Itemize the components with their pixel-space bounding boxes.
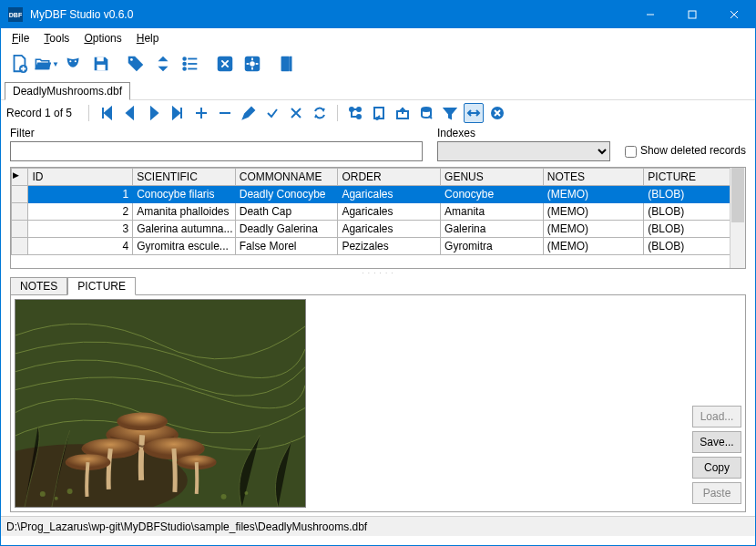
cell-id[interactable]: 1 [28,186,133,203]
pack-icon[interactable] [416,103,436,123]
svg-point-25 [350,108,353,111]
col-commonname[interactable]: COMMONNAME [235,169,338,186]
sort-icon[interactable] [150,51,176,77]
col-id[interactable]: ID [28,169,133,186]
structure-icon[interactable] [345,103,365,123]
maximize-button[interactable] [671,1,713,28]
delete-icon[interactable] [212,51,238,77]
goto-icon[interactable] [369,103,389,123]
cell-common[interactable]: Death Cap [235,203,338,221]
svg-point-51 [244,491,248,495]
menu-options[interactable]: Options [77,30,128,46]
table-row[interactable]: 3Galerina autumna...Deadly GalerinaAgari… [12,221,745,238]
save-icon[interactable] [88,51,114,77]
last-record-icon[interactable] [168,103,188,123]
row-marker [12,238,28,255]
minimize-button[interactable] [629,1,671,28]
new-file-icon[interactable] [6,51,32,77]
svg-point-18 [250,61,255,67]
close-button[interactable] [713,1,755,28]
next-record-icon[interactable] [144,103,164,123]
file-tab-active[interactable]: DeadlyMushrooms.dbf [5,82,130,100]
cell-id[interactable]: 2 [28,203,133,221]
cell-order[interactable]: Agaricales [338,221,441,238]
indexes-select[interactable] [437,141,610,161]
tag-icon[interactable] [123,51,148,77]
menu-file[interactable]: File [5,30,36,46]
cell-common[interactable]: Deadly Conocybe [235,186,338,203]
cell-id[interactable]: 4 [28,238,133,255]
col-scientific[interactable]: SCIENTIFIC [133,169,236,186]
refresh-icon[interactable] [310,103,330,123]
svg-point-48 [55,497,58,500]
save-button[interactable]: Save... [692,431,741,453]
cell-notes[interactable]: (MEMO) [543,221,644,238]
menu-help[interactable]: Help [129,30,167,46]
cell-scientific[interactable]: Galerina autumna... [133,221,236,238]
table-row[interactable]: 4Gyromitra escule...False MorelPezizales… [12,238,745,255]
svg-point-10 [183,57,186,60]
detail-tabs: NOTES PICTURE [10,276,746,295]
cell-order[interactable]: Agaricales [338,203,441,221]
masks-icon[interactable] [61,51,87,77]
first-record-icon[interactable] [97,103,117,123]
col-order[interactable]: ORDER [338,169,441,186]
settings-icon[interactable] [240,51,265,77]
list-icon[interactable] [178,51,203,77]
add-record-icon[interactable] [191,103,211,123]
main-toolbar: ▼ [1,48,755,79]
tab-picture[interactable]: PICTURE [67,277,136,295]
svg-point-26 [357,108,361,111]
post-record-icon[interactable] [262,103,282,123]
cell-scientific[interactable]: Conocybe filaris [133,186,236,203]
cell-notes[interactable]: (MEMO) [543,203,644,221]
cell-order[interactable]: Pezizales [338,238,441,255]
copy-button[interactable]: Copy [692,457,741,479]
grid-scrollbar[interactable] [730,168,745,268]
cell-notes[interactable]: (MEMO) [543,238,644,255]
svg-point-12 [183,67,186,70]
paste-button[interactable]: Paste [692,482,741,504]
svg-rect-1 [689,11,696,18]
col-notes[interactable]: NOTES [543,169,644,186]
svg-point-46 [117,412,168,430]
filter-icon[interactable] [440,103,460,123]
export-icon[interactable] [393,103,413,123]
exit-icon[interactable] [274,51,300,77]
col-genus[interactable]: GENUS [441,169,544,186]
load-button[interactable]: Load... [692,406,741,428]
cell-common[interactable]: False Morel [235,238,338,255]
data-grid[interactable]: ID SCIENTIFIC COMMONNAME ORDER GENUS NOT… [10,167,746,269]
cell-genus[interactable]: Galerina [441,221,544,238]
title-bar: DBF MyDBF Studio v0.6.0 [1,1,755,28]
svg-point-5 [69,60,71,62]
cell-order[interactable]: Agaricales [338,186,441,203]
svg-point-47 [40,491,46,497]
svg-point-27 [357,115,361,118]
cell-genus[interactable]: Gyromitra [441,238,544,255]
show-deleted-checkbox[interactable] [625,146,637,158]
svg-rect-24 [290,57,292,72]
close-table-icon[interactable] [487,103,507,123]
filter-input[interactable] [10,141,423,161]
cell-scientific[interactable]: Gyromitra escule... [133,238,236,255]
cell-notes[interactable]: (MEMO) [543,186,644,203]
tab-notes[interactable]: NOTES [10,277,67,295]
menu-tools[interactable]: Tools [36,30,77,46]
table-row[interactable]: 2Amanita phalloidesDeath CapAgaricalesAm… [12,203,745,221]
detail-pane: Load... Save... Copy Paste [10,295,746,512]
table-row[interactable]: 1Conocybe filarisDeadly ConocybeAgarical… [12,186,745,203]
cell-genus[interactable]: Conocybe [441,186,544,203]
file-tabs: DeadlyMushrooms.dbf [1,79,755,99]
cell-genus[interactable]: Amanita [441,203,544,221]
cell-common[interactable]: Deadly Galerina [235,221,338,238]
cancel-record-icon[interactable] [286,103,306,123]
prev-record-icon[interactable] [120,103,140,123]
open-file-icon[interactable]: ▼ [34,51,59,77]
remove-record-icon[interactable] [215,103,235,123]
edit-record-icon[interactable] [239,103,259,123]
cell-id[interactable]: 3 [28,221,133,238]
autowidth-icon[interactable] [464,103,484,123]
splitter[interactable]: · · · · · · [10,269,746,276]
cell-scientific[interactable]: Amanita phalloides [133,203,236,221]
